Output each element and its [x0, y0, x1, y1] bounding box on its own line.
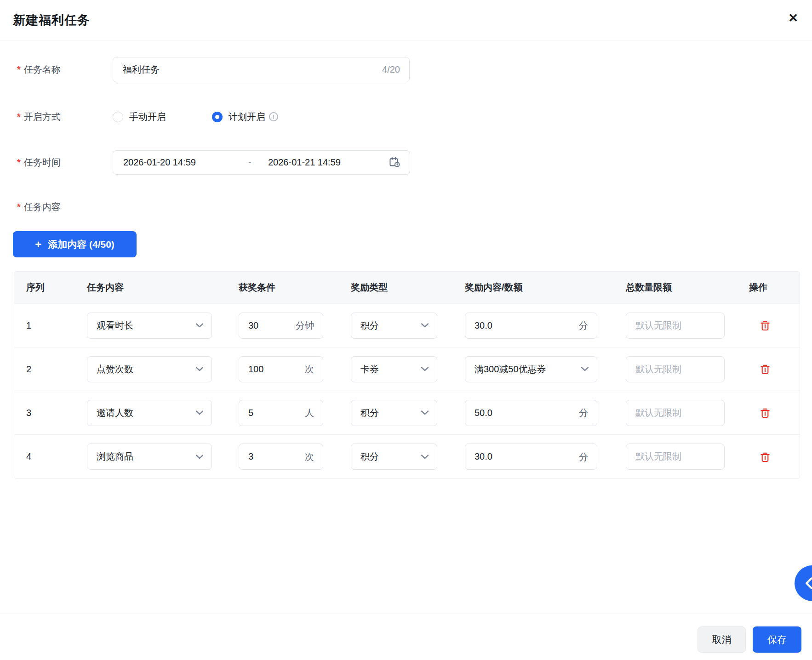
limit-input[interactable] [626, 356, 725, 382]
task-name-label: * 任务名称 [13, 63, 113, 76]
chevron-down-icon [196, 455, 203, 459]
table-row: 2 点赞次数 次 卡券 [14, 347, 800, 391]
create-welfare-task-dialog: 新建福利任务 ✕ * 任务名称 4/20 * 开启方式 手动开启 [0, 0, 812, 660]
condition-field: 分钟 [239, 313, 323, 339]
condition-unit: 分钟 [296, 319, 314, 332]
radio-unchecked-icon[interactable] [113, 112, 123, 122]
task-time-label: * 任务时间 [13, 156, 113, 169]
limit-field [626, 400, 725, 426]
header-action: 操作 [749, 281, 800, 294]
header-limit: 总数量限额 [626, 281, 749, 294]
condition-field: 次 [239, 356, 323, 382]
table-row: 1 观看时长 分钟 积分 [14, 304, 800, 347]
char-counter: 4/20 [382, 64, 400, 75]
chevron-left-icon [805, 577, 812, 589]
reward-type-select[interactable]: 积分 [351, 313, 437, 339]
trash-icon [759, 451, 771, 463]
form-row-start-mode: * 开启方式 手动开启 计划开启 ! [13, 104, 812, 130]
limit-input[interactable] [626, 313, 725, 339]
required-asterisk: * [17, 64, 21, 75]
start-date-value[interactable]: 2026-01-20 14:59 [123, 157, 246, 168]
dialog-title: 新建福利任务 [13, 12, 90, 28]
dialog-footer: 取消 保存 [0, 614, 812, 653]
header-reward-type: 奖励类型 [351, 281, 465, 294]
row-seq: 2 [14, 364, 87, 375]
reward-amount-field: 分 [465, 400, 597, 426]
condition-unit: 人 [305, 407, 314, 419]
task-content-select[interactable]: 点赞次数 [87, 356, 212, 382]
dialog-body: * 任务名称 4/20 * 开启方式 手动开启 计划开启 [0, 40, 812, 257]
chevron-down-icon [196, 367, 203, 371]
task-content-select[interactable]: 观看时长 [87, 313, 212, 339]
form-row-task-name: * 任务名称 4/20 [13, 57, 812, 82]
info-icon[interactable]: ! [269, 112, 278, 121]
start-mode-radio-group: 手动开启 计划开启 ! [113, 111, 278, 123]
reward-amount-input[interactable] [465, 313, 597, 339]
header-reward-amount: 奖励内容/数额 [465, 281, 626, 294]
task-name-field: 4/20 [113, 57, 410, 82]
header-seq: 序列 [14, 281, 87, 294]
delete-row-button[interactable] [759, 363, 771, 375]
cancel-button[interactable]: 取消 [698, 626, 746, 653]
task-content-table: 序列 任务内容 获奖条件 奖励类型 奖励内容/数额 总数量限额 操作 1 观看时… [14, 271, 800, 479]
chevron-down-icon [421, 323, 429, 328]
header-task-content: 任务内容 [87, 281, 239, 294]
header-condition: 获奖条件 [239, 281, 351, 294]
end-date-value[interactable]: 2026-01-21 14:59 [268, 157, 389, 168]
collapse-panel-button[interactable] [795, 565, 812, 601]
limit-input[interactable] [626, 444, 725, 470]
task-content-label: * 任务内容 [13, 201, 113, 213]
condition-field: 次 [239, 444, 323, 470]
close-icon[interactable]: ✕ [785, 9, 801, 27]
dialog-header: 新建福利任务 ✕ [0, 0, 812, 40]
chevron-down-icon [196, 323, 203, 328]
delete-row-button[interactable] [759, 407, 771, 419]
radio-scheduled-start[interactable]: 计划开启 ! [212, 111, 278, 123]
row-seq: 3 [14, 408, 87, 418]
reward-type-select[interactable]: 卡券 [351, 356, 437, 382]
radio-checked-icon[interactable] [212, 112, 223, 122]
reward-amount-field: 分 [465, 444, 597, 470]
reward-amount-input[interactable] [465, 400, 597, 426]
reward-unit: 分 [579, 407, 588, 419]
table-row: 4 浏览商品 次 积分 [14, 435, 800, 478]
reward-type-select[interactable]: 积分 [351, 444, 437, 470]
task-content-select[interactable]: 邀请人数 [87, 400, 212, 426]
required-asterisk: * [17, 157, 21, 168]
condition-unit: 次 [305, 363, 314, 376]
add-content-button[interactable]: + 添加内容 (4/50) [13, 231, 137, 257]
table-header-row: 序列 任务内容 获奖条件 奖励类型 奖励内容/数额 总数量限额 操作 [14, 272, 800, 304]
trash-icon [759, 407, 771, 419]
delete-row-button[interactable] [759, 451, 771, 463]
limit-field [626, 313, 725, 339]
reward-amount-input[interactable] [465, 444, 597, 470]
condition-unit: 次 [305, 450, 314, 463]
limit-field [626, 356, 725, 382]
task-content-select[interactable]: 浏览商品 [87, 444, 212, 470]
chevron-down-icon [196, 410, 203, 415]
chevron-down-icon [421, 410, 429, 415]
chevron-down-icon [581, 367, 589, 371]
save-button[interactable]: 保存 [753, 626, 801, 653]
reward-unit: 分 [579, 450, 588, 463]
date-range-picker[interactable]: 2026-01-20 14:59 - 2026-01-21 14:59 [113, 150, 410, 175]
delete-row-button[interactable] [759, 319, 771, 331]
table-row: 3 邀请人数 人 积分 [14, 391, 800, 435]
limit-input[interactable] [626, 400, 725, 426]
chevron-down-icon [421, 455, 429, 459]
calendar-clock-icon[interactable] [389, 156, 400, 168]
reward-type-select[interactable]: 积分 [351, 400, 437, 426]
reward-unit: 分 [579, 319, 588, 332]
trash-icon [759, 363, 771, 375]
plus-icon: + [35, 239, 41, 250]
task-name-input[interactable] [113, 57, 410, 82]
required-asterisk: * [17, 202, 21, 212]
reward-content-select[interactable]: 满300减50优惠券 [465, 356, 597, 382]
row-seq: 1 [14, 320, 87, 331]
chevron-down-icon [421, 367, 429, 371]
radio-manual-start[interactable]: 手动开启 [113, 111, 166, 123]
form-row-task-content: * 任务内容 [13, 194, 812, 220]
condition-field: 人 [239, 400, 323, 426]
form-row-task-time: * 任务时间 2026-01-20 14:59 - 2026-01-21 14:… [13, 149, 812, 175]
start-mode-label: * 开启方式 [13, 111, 113, 123]
